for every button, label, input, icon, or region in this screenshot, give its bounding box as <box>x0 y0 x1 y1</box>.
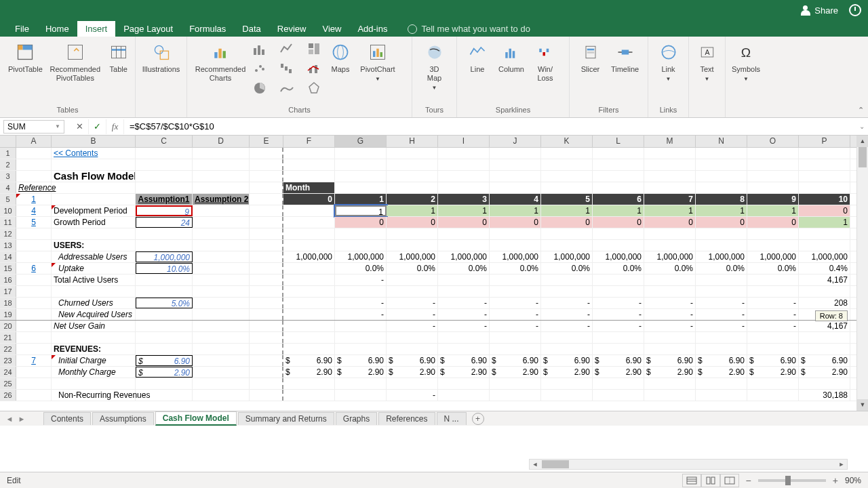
cell[interactable] <box>283 286 335 297</box>
cell[interactable] <box>644 390 696 401</box>
cell[interactable] <box>747 286 799 297</box>
cell[interactable] <box>490 240 541 251</box>
cell[interactable]: New Acquired Users <box>52 309 136 320</box>
insert-pie-chart-button[interactable] <box>250 79 269 98</box>
cell[interactable] <box>644 171 696 182</box>
cell[interactable] <box>747 182 799 193</box>
cell[interactable] <box>541 228 593 239</box>
cell[interactable] <box>193 263 250 274</box>
cell[interactable] <box>696 171 747 182</box>
cell[interactable]: $6.90 <box>283 355 335 366</box>
row-header[interactable]: 25 <box>0 378 16 389</box>
formula-input[interactable]: =$C$57/$C$10*G$10 <box>124 120 856 133</box>
cell[interactable] <box>490 148 541 159</box>
cell[interactable] <box>490 344 541 354</box>
cell[interactable] <box>52 194 136 205</box>
sparkline-winloss-button[interactable]: Win/ Loss <box>530 40 560 84</box>
cell[interactable] <box>696 159 747 170</box>
cell[interactable] <box>387 228 438 239</box>
cell[interactable] <box>593 228 644 239</box>
cell[interactable]: $6.90 <box>490 355 541 366</box>
scroll-down-button[interactable]: ▼ <box>857 399 868 411</box>
cell[interactable]: - <box>387 298 438 308</box>
cell[interactable]: - <box>747 298 799 308</box>
cell[interactable] <box>193 251 250 262</box>
cell[interactable] <box>387 286 438 297</box>
normal-view-button[interactable] <box>682 474 701 487</box>
hscroll-thumb[interactable] <box>542 460 569 468</box>
cell[interactable] <box>250 274 283 285</box>
sparkline-line-button[interactable]: Line <box>462 40 492 75</box>
cell[interactable]: 1,000,000 <box>747 251 799 262</box>
col-header-O[interactable]: O <box>747 136 799 147</box>
cell[interactable] <box>250 194 283 205</box>
cell[interactable] <box>335 228 387 239</box>
cell[interactable]: 1,000,000 <box>541 251 593 262</box>
cell[interactable]: Month <box>283 182 335 193</box>
cell[interactable]: 8 <box>696 194 747 205</box>
cell[interactable]: - <box>593 309 644 320</box>
cell[interactable] <box>490 274 541 285</box>
cell[interactable] <box>541 171 593 182</box>
cell[interactable] <box>335 321 387 331</box>
cell[interactable] <box>16 228 52 239</box>
timeline-button[interactable]: Timeline <box>608 40 642 75</box>
insert-scatter-chart-button[interactable] <box>250 60 269 79</box>
cell[interactable]: - <box>490 309 541 320</box>
cell[interactable] <box>541 240 593 251</box>
insert-radar-chart-button[interactable] <box>304 79 323 98</box>
col-header-C[interactable]: C <box>136 136 193 147</box>
row-header[interactable]: 10 <box>0 205 16 216</box>
cell[interactable]: Net User Gain <box>52 321 136 331</box>
cell[interactable] <box>593 148 644 159</box>
cell[interactable] <box>250 367 283 378</box>
cell[interactable] <box>193 205 250 216</box>
cell[interactable] <box>136 171 193 182</box>
enter-formula-button[interactable]: ✓ <box>89 119 106 134</box>
cell[interactable] <box>799 228 850 239</box>
cell[interactable] <box>283 344 335 354</box>
cell[interactable] <box>193 182 250 193</box>
cell[interactable] <box>490 228 541 239</box>
table-button[interactable]: Table <box>105 40 132 75</box>
cell[interactable] <box>696 378 747 389</box>
cell[interactable] <box>52 286 136 297</box>
cell[interactable]: USERS: <box>52 240 136 251</box>
cell[interactable]: 1 <box>387 205 438 216</box>
cell[interactable]: 0 <box>644 217 696 228</box>
cell[interactable] <box>438 344 490 354</box>
cell[interactable] <box>644 148 696 159</box>
cell[interactable] <box>799 182 850 193</box>
col-header-H[interactable]: H <box>387 136 438 147</box>
cell[interactable] <box>193 321 250 331</box>
cell[interactable]: Cash Flow Model <box>52 171 136 182</box>
cell[interactable] <box>593 240 644 251</box>
cell[interactable]: 10.0% <box>136 263 193 274</box>
cell[interactable]: $2.90 <box>136 367 193 378</box>
cell[interactable] <box>52 332 136 343</box>
cell[interactable]: 1,000,000 <box>335 251 387 262</box>
row-header[interactable]: 23 <box>0 355 16 366</box>
cell[interactable] <box>16 171 52 182</box>
col-header-D[interactable]: D <box>193 136 250 147</box>
cell[interactable] <box>16 332 52 343</box>
cell[interactable]: 1 <box>335 194 387 205</box>
cell[interactable]: Uptake <box>52 263 136 274</box>
cell[interactable] <box>283 240 335 251</box>
cell[interactable] <box>16 251 52 262</box>
zoom-out-button[interactable]: − <box>746 475 751 486</box>
cell[interactable]: 7 <box>644 194 696 205</box>
col-header-G[interactable]: G <box>335 136 387 147</box>
row-header[interactable]: 17 <box>0 286 16 297</box>
spreadsheet-grid[interactable]: A B C D E F G H I J K L M N O P 1<< Cont… <box>0 136 868 411</box>
cell[interactable] <box>541 274 593 285</box>
cell[interactable] <box>136 148 193 159</box>
cell[interactable] <box>250 251 283 262</box>
cell[interactable] <box>250 148 283 159</box>
hscroll-right-button[interactable]: ► <box>836 460 847 469</box>
tell-me-search[interactable]: Tell me what you want to do <box>402 21 535 37</box>
sheet-tab-more[interactable]: N ... <box>437 412 467 425</box>
cell[interactable] <box>799 148 850 159</box>
sheet-tab-references[interactable]: References <box>378 412 435 425</box>
cell[interactable]: $6.90 <box>799 355 850 366</box>
